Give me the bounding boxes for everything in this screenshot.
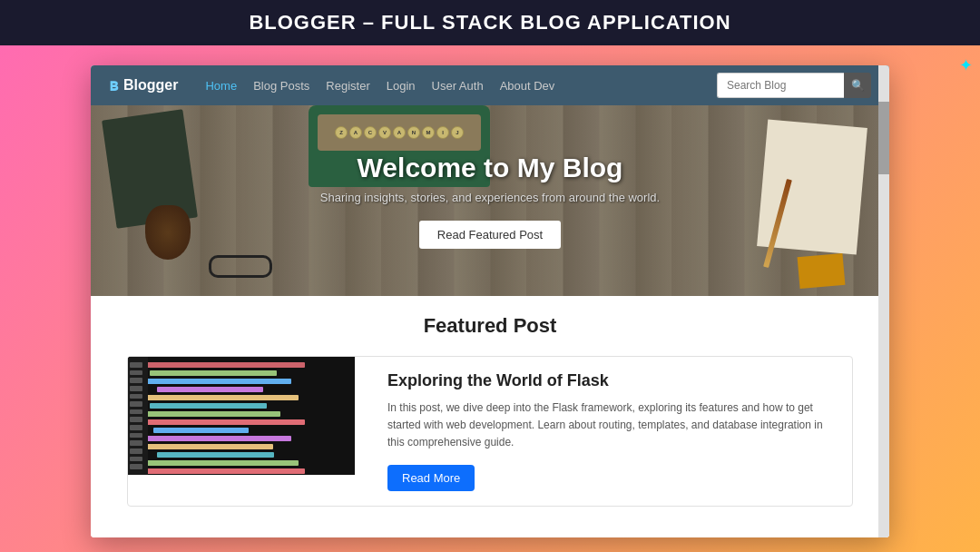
hero-book-small [798, 253, 846, 289]
search-container: 🔍 [717, 73, 871, 98]
navbar: ʙ Blogger Home Blog Posts Register Login… [91, 65, 889, 105]
key: A [393, 126, 406, 139]
hero-title: Welcome to My Blog [320, 153, 660, 183]
title-bar: BLOGGER – FULL STACK BLOG APPLICATION [0, 0, 980, 45]
key: C [364, 126, 377, 139]
nav-about-dev[interactable]: About Dev [500, 79, 555, 93]
key: Z [335, 126, 348, 139]
nav-user-auth[interactable]: User Auth [432, 79, 484, 93]
brand-icon: ʙ [109, 75, 118, 95]
nav-home[interactable]: Home [205, 79, 237, 93]
hero-section: Z A C V A N M I J Welcome to My Blog Sha… [91, 105, 889, 296]
search-icon: 🔍 [851, 79, 865, 92]
read-more-button[interactable]: Read More [387, 465, 475, 491]
featured-post-image [128, 357, 355, 475]
nav-register[interactable]: Register [326, 79, 369, 93]
sparkle-icon: ✦ [958, 58, 973, 73]
featured-post-description: In this post, we dive deep into the Flas… [387, 399, 838, 452]
key: N [407, 126, 420, 139]
featured-post-title: Exploring the World of Flask [387, 371, 838, 390]
key: A [349, 126, 362, 139]
nav-login[interactable]: Login [387, 79, 416, 93]
hero-content: Welcome to My Blog Sharing insights, sto… [320, 153, 660, 249]
hero-pinecone [145, 205, 191, 260]
key: I [436, 126, 449, 139]
key: V [378, 126, 391, 139]
read-featured-post-button[interactable]: Read Featured Post [419, 221, 561, 249]
featured-post-card: Exploring the World of Flask In this pos… [127, 356, 853, 507]
typewriter-keys: Z A C V A N M I J [318, 114, 481, 151]
key: J [451, 126, 464, 139]
navbar-nav: Home Blog Posts Register Login User Auth… [205, 79, 699, 93]
hero-subtitle: Sharing insights, stories, and experienc… [320, 191, 660, 204]
browser-window: ʙ Blogger Home Blog Posts Register Login… [91, 65, 889, 537]
search-button[interactable]: 🔍 [844, 73, 871, 98]
navbar-brand: ʙ Blogger [109, 75, 178, 95]
scrollbar-thumb[interactable] [878, 102, 889, 174]
main-content: Featured Post [91, 296, 889, 537]
featured-post-body: Exploring the World of Flask In this pos… [373, 357, 852, 506]
hero-glasses [209, 255, 272, 278]
featured-section-title: Featured Post [127, 314, 853, 338]
nav-blog-posts[interactable]: Blog Posts [253, 79, 309, 93]
brand-name: Blogger [123, 77, 178, 94]
key: M [422, 126, 435, 139]
search-input[interactable] [717, 73, 844, 98]
page-wrapper: BLOGGER – FULL STACK BLOG APPLICATION ʙ … [0, 0, 980, 552]
page-title: BLOGGER – FULL STACK BLOG APPLICATION [0, 11, 980, 34]
